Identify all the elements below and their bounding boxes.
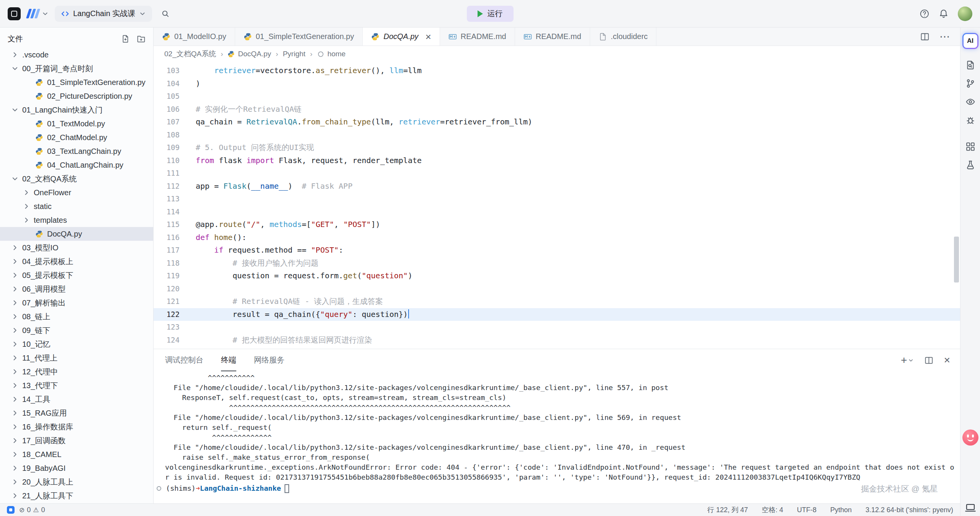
editor-tab[interactable]: 01_SimpleTextGeneration.py [235, 28, 363, 46]
new-terminal-button[interactable]: + [901, 355, 913, 366]
tree-file-item[interactable]: 04_ChatLangChain.py [0, 158, 153, 172]
tree-folder-item[interactable]: 03_模型IO [0, 241, 153, 255]
tree-folder-item[interactable]: 13_代理下 [0, 379, 153, 392]
tree-file-item[interactable]: 02_PictureDescription.py [0, 89, 153, 103]
notifications-bell-icon[interactable] [939, 9, 949, 19]
device-laptop-icon[interactable] [965, 502, 976, 514]
encoding-status[interactable]: UTF-8 [797, 505, 816, 514]
tree-folder-item[interactable]: 00_开篇词_奇点时刻 [0, 62, 153, 75]
tree-file-item[interactable]: 03_TextLangChain.py [0, 144, 153, 158]
language-mode[interactable]: Python [830, 505, 852, 514]
tree-folder-item[interactable]: 19_BabyAGI [0, 461, 153, 475]
code-line: 123 [154, 321, 960, 334]
tree-folder-item[interactable]: 02_文档QA系统 [0, 172, 153, 186]
tree-folder-item[interactable]: 20_人脉工具上 [0, 475, 153, 489]
split-editor-icon[interactable] [920, 32, 929, 41]
tree-folder-item[interactable]: 05_提示模板下 [0, 268, 153, 282]
tree-folder-item[interactable]: 01_LangChain快速入门 [0, 103, 153, 117]
help-icon[interactable] [919, 9, 929, 19]
preview-eye-icon[interactable] [965, 97, 975, 107]
terminal-line: File "/home/cloudide/.local/lib/python3.… [165, 413, 951, 423]
tree-folder-item[interactable]: 21_人脉工具下 [0, 489, 153, 503]
cursor-position[interactable]: 行 122, 列 47 [707, 505, 748, 514]
workspace-switcher[interactable]: LangChain 实战课 [55, 6, 152, 22]
testing-icon[interactable] [965, 160, 975, 170]
chevron-down-icon[interactable] [42, 10, 49, 17]
global-search-button[interactable] [158, 7, 173, 21]
run-button[interactable]: 运行 [467, 6, 514, 22]
ai-assistant-icon[interactable]: AI [962, 33, 978, 49]
tree-folder-item[interactable]: 04_提示模板上 [0, 255, 153, 268]
remote-indicator-icon[interactable] [7, 506, 15, 514]
python-interpreter[interactable]: 3.12.2 64-bit ('shims': pyenv) [865, 505, 953, 514]
panel-tab[interactable]: 调试控制台 [165, 349, 203, 371]
terminal[interactable]: ^^^^^^^^^^^ File "/home/cloudide/.local/… [154, 371, 960, 503]
editor-tab[interactable]: 01_ModelIO.py [154, 28, 235, 46]
editor-tab[interactable]: .cloudiderc [590, 28, 657, 46]
close-panel-icon[interactable]: × [944, 355, 950, 366]
chevron-right-icon [11, 464, 19, 472]
indentation-status[interactable]: 空格: 4 [762, 505, 783, 514]
tree-file-item[interactable]: 02_ChatModel.py [0, 131, 153, 144]
line-number: 112 [154, 180, 190, 193]
tree-item-label: 11_代理上 [22, 353, 57, 363]
breadcrumb-item[interactable]: home [317, 50, 346, 58]
chevron-down-icon [11, 106, 19, 114]
file-search-icon[interactable] [965, 60, 975, 70]
editor-tab[interactable]: README.md [515, 28, 590, 46]
activity-rail: AI [960, 28, 980, 516]
more-actions-icon[interactable]: ⋯ [939, 31, 950, 42]
extensions-icon[interactable] [965, 142, 975, 152]
source-control-icon[interactable] [965, 78, 975, 88]
tree-folder-item[interactable]: 08_链上 [0, 310, 153, 323]
tree-item-label: 19_BabyAGI [22, 464, 65, 473]
tree-item-label: 16_操作数据库 [22, 422, 73, 432]
code-editor[interactable]: 103 retriever=vectorstore.as_retriever()… [154, 62, 960, 349]
panel-tab[interactable]: 网络服务 [254, 349, 285, 371]
new-file-icon[interactable] [121, 34, 130, 43]
chevron-right-icon [11, 368, 19, 376]
editor-scrollbar-thumb[interactable] [954, 237, 959, 282]
marscode-logo-icon[interactable] [28, 9, 39, 18]
title-bar: LangChain 实战课 运行 [0, 0, 980, 28]
split-terminal-icon[interactable] [924, 356, 933, 365]
support-chat-icon[interactable] [962, 429, 978, 446]
breadcrumb-label: DocQA.py [238, 50, 271, 58]
breadcrumb-item[interactable]: Pyright [283, 50, 305, 58]
tree-folder-item[interactable]: OneFlower [0, 186, 153, 199]
tree-folder-item[interactable]: 11_代理上 [0, 351, 153, 365]
tree-folder-item[interactable]: 17_回调函数 [0, 434, 153, 447]
line-number: 106 [154, 103, 190, 116]
tree-file-item[interactable]: 01_TextModel.py [0, 117, 153, 131]
problems-status[interactable]: ⊘ 0 ⚠ 0 [19, 506, 45, 514]
tree-folder-item[interactable]: static [0, 199, 153, 213]
new-folder-icon[interactable] [137, 34, 146, 43]
tree-folder-item[interactable]: 07_解析输出 [0, 296, 153, 310]
tree-file-item[interactable]: DocQA.py [0, 227, 153, 241]
tree-folder-item[interactable]: 15_RAG应用 [0, 406, 153, 420]
tree-folder-item[interactable]: 06_调用模型 [0, 282, 153, 296]
terminal-prompt[interactable]: (shims) ➜ LangChain-shizhanke [157, 483, 951, 493]
user-avatar[interactable] [958, 7, 972, 21]
tree-item-label: 05_提示模板下 [22, 270, 73, 281]
tree-file-item[interactable]: 01_SimpleTextGeneration.py [0, 75, 153, 89]
tree-folder-item[interactable]: 12_代理中 [0, 365, 153, 379]
tree-item-label: 08_链上 [22, 312, 50, 322]
breadcrumb-item[interactable]: DocQA.py [227, 50, 271, 58]
panel-tab[interactable]: 终端 [221, 349, 236, 371]
editor-tab[interactable]: README.md [440, 28, 515, 46]
tree-folder-item[interactable]: 18_CAMEL [0, 447, 153, 461]
tree-folder-item[interactable]: 09_链下 [0, 323, 153, 337]
tree-folder-item[interactable]: 14_工具 [0, 392, 153, 406]
breadcrumb-item[interactable]: 02_文档QA系统 [164, 49, 216, 59]
line-number: 123 [154, 321, 190, 334]
tree-folder-item[interactable]: 10_记忆 [0, 337, 153, 351]
tree-folder-item[interactable]: templates [0, 213, 153, 227]
tree-folder-item[interactable]: 16_操作数据库 [0, 420, 153, 434]
debug-icon[interactable] [965, 115, 975, 125]
tree-folder-item[interactable]: .vscode [0, 48, 153, 62]
editor-tab[interactable]: DocQA.py× [363, 28, 440, 46]
close-icon[interactable]: × [425, 32, 431, 42]
app-menu-icon[interactable] [8, 7, 21, 20]
code-line: 107qa_chain = RetrievalQA.from_chain_typ… [154, 116, 960, 129]
